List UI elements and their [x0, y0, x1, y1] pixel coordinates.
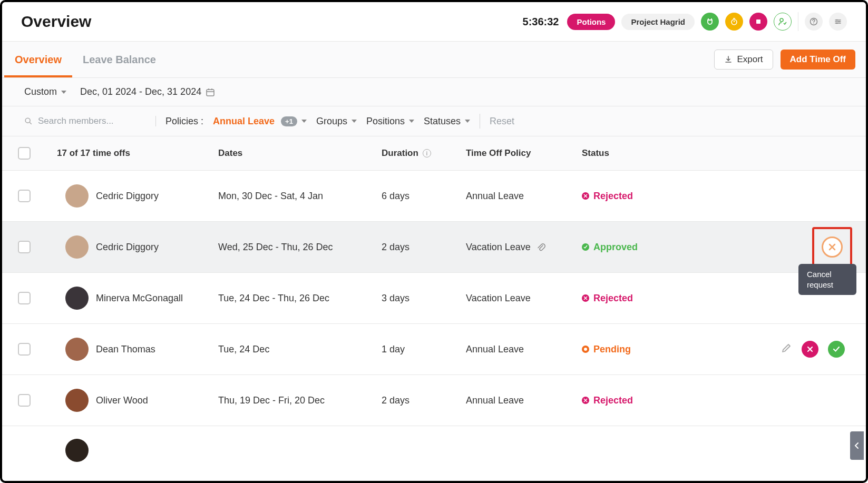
- table-row[interactable]: Minerva McGonagall Tue, 24 Dec - Thu, 26…: [2, 273, 866, 324]
- dates-cell: Tue, 24 Dec: [218, 344, 382, 355]
- svg-rect-1: [756, 19, 760, 24]
- avatar: [65, 439, 89, 462]
- reset-link[interactable]: Reset: [490, 116, 514, 127]
- duration-cell: 2 days: [382, 395, 466, 406]
- status-cell: Rejected: [582, 293, 666, 304]
- policy-cell: Annual Leave: [466, 344, 582, 355]
- table-row[interactable]: Oliver Wood Thu, 19 Dec - Fri, 20 Dec 2 …: [2, 375, 866, 426]
- policy-label: Vacation Leave: [466, 242, 531, 253]
- col-status: Status: [582, 148, 666, 159]
- statuses-label: Statuses: [424, 116, 461, 127]
- groups-label: Groups: [316, 116, 347, 127]
- tab-leave-balance[interactable]: Leave Balance: [72, 42, 167, 77]
- tab-actions: Export Add Time Off: [714, 50, 855, 70]
- calendar-icon: [206, 87, 215, 97]
- positions-label: Positions: [366, 116, 405, 127]
- policies-dropdown[interactable]: Annual Leave +1: [213, 116, 307, 127]
- settings-icon[interactable]: [829, 13, 847, 31]
- member-name: Oliver Wood: [96, 395, 148, 406]
- attachment-icon[interactable]: [536, 242, 545, 252]
- statuses-dropdown[interactable]: Statuses: [424, 116, 470, 127]
- member-name: Cedric Diggory: [96, 191, 159, 202]
- page-title: Overview: [21, 13, 91, 31]
- avatar: [65, 235, 89, 259]
- member-name: Cedric Diggory: [96, 242, 159, 253]
- chevron-down-icon: [409, 120, 414, 123]
- tabs: Overview Leave Balance: [4, 42, 167, 77]
- avatar: [65, 389, 89, 412]
- cancel-request-button[interactable]: [822, 236, 843, 258]
- status-cell: Rejected: [582, 191, 666, 202]
- tag-project[interactable]: Project Hagrid: [621, 14, 695, 30]
- status-dot-icon: [582, 397, 589, 404]
- export-label: Export: [737, 54, 763, 65]
- table-body: Cedric Diggory Mon, 30 Dec - Sat, 4 Jan …: [2, 171, 866, 462]
- row-checkbox[interactable]: [18, 343, 31, 356]
- table-row[interactable]: Cedric Diggory Mon, 30 Dec - Sat, 4 Jan …: [2, 171, 866, 222]
- chevron-left-icon: [854, 442, 860, 449]
- reject-button[interactable]: [802, 341, 818, 358]
- table-row[interactable]: Dean Thomas Tue, 24 Dec 1 day Annual Lea…: [2, 324, 866, 375]
- col-policy: Time Off Policy: [466, 148, 582, 159]
- user-check-icon[interactable]: [774, 13, 792, 31]
- row-checkbox[interactable]: [18, 292, 31, 304]
- filter-custom-label: Custom: [24, 86, 57, 97]
- table-row[interactable]: [2, 426, 866, 462]
- tabs-row: Overview Leave Balance Export Add Time O…: [2, 41, 866, 78]
- dates-cell: Thu, 19 Dec - Fri, 20 Dec: [218, 395, 382, 406]
- svg-point-2: [780, 18, 783, 22]
- status-label: Rejected: [593, 395, 633, 406]
- duration-cell: 3 days: [382, 293, 466, 304]
- row-checkbox[interactable]: [18, 394, 31, 407]
- filter-date-range[interactable]: Dec, 01 2024 - Dec, 31 2024: [80, 86, 215, 97]
- approve-button[interactable]: [828, 341, 845, 358]
- collapse-panel-button[interactable]: [850, 431, 864, 460]
- date-range-label: Dec, 01 2024 - Dec, 31 2024: [80, 86, 201, 97]
- status-dot-icon: [582, 192, 589, 200]
- chevron-down-icon: [465, 120, 470, 123]
- row-checkbox[interactable]: [18, 190, 31, 202]
- status-cell: Approved: [582, 242, 666, 253]
- secondary-filter: Policies : Annual Leave +1 Groups Positi…: [2, 106, 866, 136]
- filter-custom[interactable]: Custom: [24, 86, 66, 97]
- dates-cell: Tue, 24 Dec - Thu, 26 Dec: [218, 293, 382, 304]
- svg-point-9: [584, 348, 587, 351]
- plus-badge: +1: [281, 116, 297, 126]
- duration-cell: 6 days: [382, 191, 466, 202]
- tab-overview[interactable]: Overview: [4, 42, 72, 77]
- tag-potions[interactable]: Potions: [567, 14, 615, 30]
- edit-button[interactable]: [781, 342, 792, 357]
- status-dot-icon: [582, 243, 589, 251]
- positions-dropdown[interactable]: Positions: [366, 116, 414, 127]
- avatar: [65, 184, 89, 208]
- header-divider: [798, 12, 798, 31]
- groups-dropdown[interactable]: Groups: [316, 116, 357, 127]
- stopwatch-icon[interactable]: [725, 13, 743, 31]
- policy-cell: Annual Leave: [466, 191, 582, 202]
- stop-icon[interactable]: [749, 13, 767, 31]
- row-checkbox[interactable]: [18, 241, 31, 253]
- policy-cell: Annual Leave: [466, 395, 582, 406]
- export-button[interactable]: Export: [714, 50, 773, 70]
- plug-icon[interactable]: [701, 13, 719, 31]
- policy-cell: Vacation Leave: [466, 293, 582, 304]
- table-row[interactable]: Cedric Diggory Wed, 25 Dec - Thu, 26 Dec…: [2, 222, 866, 273]
- col-dates: Dates: [218, 148, 382, 159]
- policies-label: Policies :: [165, 116, 203, 127]
- search-input[interactable]: [38, 116, 146, 126]
- member-name: Minerva McGonagall: [96, 293, 183, 304]
- count-label: 17 of 17 time offs: [57, 148, 130, 159]
- close-icon: [827, 242, 837, 252]
- chevron-down-icon: [61, 91, 66, 94]
- chevron-down-icon: [352, 120, 357, 123]
- info-icon[interactable]: i: [423, 149, 431, 157]
- add-time-off-button[interactable]: Add Time Off: [781, 50, 855, 70]
- policy-cell: Vacation Leave: [466, 242, 582, 253]
- select-all-checkbox[interactable]: [18, 147, 31, 160]
- filter-bar: Custom Dec, 01 2024 - Dec, 31 2024: [2, 78, 866, 106]
- avatar: [65, 338, 89, 361]
- col-member: 17 of 17 time offs: [18, 147, 218, 160]
- help-icon[interactable]: [805, 13, 823, 31]
- duration-cell: 2 days: [382, 242, 466, 253]
- duration-cell: 1 day: [382, 344, 466, 355]
